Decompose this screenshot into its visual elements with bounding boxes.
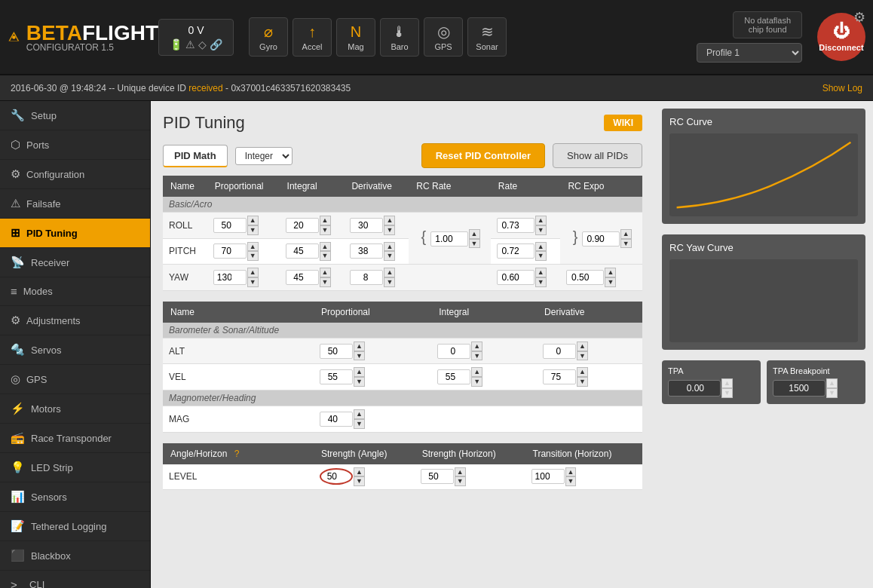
alt-i-field[interactable] <box>437 344 470 359</box>
sidebar-item-led-strip[interactable]: 💡 LED Strip <box>0 453 150 482</box>
rcrate-up[interactable]: ▲ <box>469 229 480 239</box>
vel-d-up[interactable]: ▲ <box>577 367 588 377</box>
yaw-d-input[interactable]: ▲▼ <box>350 268 395 287</box>
level-sh-down[interactable]: ▼ <box>455 476 466 486</box>
mag-p-up[interactable]: ▲ <box>354 409 365 419</box>
yaw-d-up[interactable]: ▲ <box>384 268 395 277</box>
tab-pid-math[interactable]: PID Math <box>163 145 228 167</box>
yaw-i-down[interactable]: ▼ <box>320 277 331 287</box>
roll-rcexpo-field[interactable] <box>582 231 620 247</box>
alt-i-up[interactable]: ▲ <box>471 341 482 351</box>
roll-rcexpo-input[interactable]: ▲▼ <box>582 229 632 249</box>
roll-i-up[interactable]: ▲ <box>320 216 331 225</box>
roll-p-up[interactable]: ▲ <box>247 216 259 225</box>
rcrate-down[interactable]: ▼ <box>469 239 480 249</box>
roll-p-down[interactable]: ▼ <box>247 225 259 235</box>
pitch-p-up[interactable]: ▲ <box>247 242 259 252</box>
pitch-rate-up[interactable]: ▲ <box>535 242 547 252</box>
alt-d-down[interactable]: ▼ <box>577 351 588 361</box>
roll-d-up[interactable]: ▲ <box>384 216 395 225</box>
tpa-breakpoint-input-group[interactable]: ▲▼ <box>773 378 838 398</box>
yaw-rcexpo-input[interactable]: ▲▼ <box>566 268 616 287</box>
sidebar-item-receiver[interactable]: 📡 Receiver <box>0 248 150 277</box>
vel-i-field[interactable] <box>437 369 470 384</box>
show-all-pids-button[interactable]: Show all PIDs <box>553 143 642 168</box>
sidebar-item-modes[interactable]: ≡ Modes <box>0 277 150 306</box>
pitch-rate-field[interactable] <box>497 243 535 259</box>
show-log-button[interactable]: Show Log <box>822 83 862 93</box>
vel-p-field[interactable] <box>320 369 353 384</box>
pitch-d-down[interactable]: ▼ <box>384 251 395 261</box>
sidebar-item-servos[interactable]: 🔩 Servos <box>0 335 150 365</box>
roll-rate-down[interactable]: ▼ <box>535 225 547 235</box>
yaw-rcexpo-field[interactable] <box>566 270 604 285</box>
yaw-i-field[interactable] <box>286 270 319 285</box>
rcexpo-up[interactable]: ▲ <box>620 229 632 239</box>
vel-p-down[interactable]: ▼ <box>354 377 365 387</box>
sidebar-item-configuration[interactable]: ⚙ Configuration <box>0 160 150 189</box>
sensor-mag[interactable]: N Mag <box>336 18 375 57</box>
yaw-i-up[interactable]: ▲ <box>320 268 331 277</box>
pitch-rate-input[interactable]: ▲▼ <box>497 242 547 262</box>
vel-d-input[interactable]: ▲▼ <box>543 367 588 387</box>
alt-d-input[interactable]: ▲▼ <box>543 341 588 361</box>
pitch-d-input[interactable]: ▲▼ <box>350 242 395 262</box>
tpa-input[interactable] <box>668 380 721 397</box>
level-sa-field[interactable] <box>320 468 353 485</box>
roll-d-field[interactable] <box>350 218 383 233</box>
tpa-breakpoint-input[interactable] <box>773 380 826 397</box>
level-sh-up[interactable]: ▲ <box>455 467 466 477</box>
sidebar-item-gps[interactable]: ◎ GPS <box>0 365 150 394</box>
tpa-input-group[interactable]: ▲▼ <box>668 378 733 398</box>
yaw-d-field[interactable] <box>350 270 383 285</box>
level-sh-field[interactable] <box>421 469 454 484</box>
sidebar-item-cli[interactable]: >_ CLI <box>0 571 150 588</box>
sidebar-item-setup[interactable]: 🔧 Setup <box>0 101 150 130</box>
pitch-i-field[interactable] <box>286 243 319 259</box>
rcexpo-down[interactable]: ▼ <box>620 239 632 249</box>
pitch-d-up[interactable]: ▲ <box>384 242 395 252</box>
sidebar-item-motors[interactable]: ⚡ Motors <box>0 394 150 424</box>
yaw-p-down[interactable]: ▼ <box>247 277 259 287</box>
sensor-gyro[interactable]: ⌀ Gyro <box>249 17 288 57</box>
level-th-up[interactable]: ▲ <box>565 467 577 477</box>
yaw-i-input[interactable]: ▲▼ <box>286 268 331 287</box>
yaw-rcexpo-up[interactable]: ▲ <box>605 268 616 277</box>
tpa-up[interactable]: ▲ <box>721 378 733 388</box>
profile-select[interactable]: Profile 1 Profile 2 Profile 3 <box>697 43 802 63</box>
mag-p-input[interactable]: ▲▼ <box>320 409 365 429</box>
level-th-input[interactable]: ▲▼ <box>531 467 577 487</box>
yaw-rate-field[interactable] <box>497 270 535 285</box>
alt-p-field[interactable] <box>320 344 353 359</box>
level-sa-input[interactable]: ▲▼ <box>320 467 365 487</box>
alt-d-field[interactable] <box>543 344 576 359</box>
pitch-d-field[interactable] <box>350 243 383 259</box>
level-sa-up[interactable]: ▲ <box>354 467 365 477</box>
roll-d-input[interactable]: ▲▼ <box>350 216 395 235</box>
sidebar-item-race-transponder[interactable]: 📻 Race Transponder <box>0 424 150 453</box>
roll-p-field[interactable] <box>213 218 247 233</box>
yaw-rate-input[interactable]: ▲▼ <box>497 268 547 287</box>
pitch-i-input[interactable]: ▲▼ <box>286 242 331 262</box>
level-sa-down[interactable]: ▼ <box>354 476 365 486</box>
level-sh-input[interactable]: ▲▼ <box>421 467 466 487</box>
vel-d-field[interactable] <box>543 369 576 384</box>
sidebar-item-blackbox[interactable]: ⬛ Blackbox <box>0 541 150 571</box>
integer-select[interactable]: Integer <box>235 147 293 165</box>
angle-horizon-help[interactable]: ? <box>234 449 240 459</box>
alt-p-down[interactable]: ▼ <box>354 351 365 361</box>
pitch-p-input[interactable]: ▲▼ <box>213 242 259 262</box>
yaw-d-down[interactable]: ▼ <box>384 277 395 287</box>
yaw-p-input[interactable]: ▲▼ <box>213 268 259 287</box>
alt-p-input[interactable]: ▲▼ <box>320 341 365 361</box>
roll-i-input[interactable]: ▲▼ <box>286 216 331 235</box>
sensor-accel[interactable]: ↑ Accel <box>293 18 332 57</box>
sidebar-item-pid-tuning[interactable]: ⊞ PID Tuning <box>0 219 150 248</box>
roll-rate-up[interactable]: ▲ <box>535 216 547 225</box>
roll-i-field[interactable] <box>286 218 319 233</box>
mag-p-down[interactable]: ▼ <box>354 419 365 429</box>
vel-i-input[interactable]: ▲▼ <box>437 367 482 387</box>
reset-pid-button[interactable]: Reset PID Controller <box>421 143 545 168</box>
settings-button[interactable]: ⚙ <box>853 9 865 26</box>
tpa-bp-up[interactable]: ▲ <box>826 378 838 388</box>
